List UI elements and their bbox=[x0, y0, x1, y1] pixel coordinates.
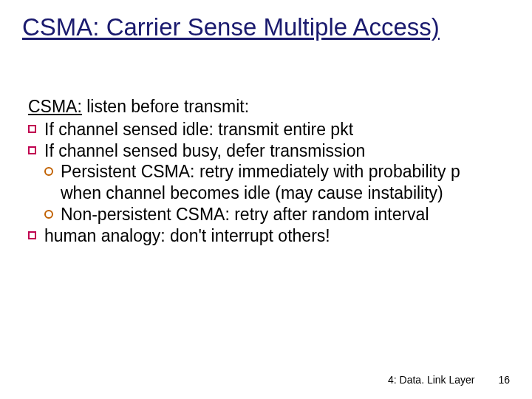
bullet-idle-text: If channel sensed idle: transmit entire … bbox=[44, 120, 353, 139]
bullet-busy-text: If channel sensed busy, defer transmissi… bbox=[44, 141, 365, 160]
footer-chapter: 4: Data. Link Layer bbox=[388, 374, 475, 386]
bullet-nonpersistent-text: Non-persistent CSMA: retry after random … bbox=[61, 205, 429, 224]
lead-label: CSMA: bbox=[28, 97, 82, 116]
slide-title: CSMA: Carrier Sense Multiple Access) bbox=[22, 13, 440, 41]
footer-page-number: 16 bbox=[498, 374, 510, 386]
bullet-idle: If channel sensed idle: transmit entire … bbox=[28, 119, 501, 140]
footer: 4: Data. Link Layer 16 bbox=[388, 374, 510, 386]
bullet-analogy-text: human analogy: don't interrupt others! bbox=[44, 226, 330, 245]
bullet-persistent-text: Persistent CSMA: retry immediately with … bbox=[61, 162, 460, 202]
bullet-persistent: Persistent CSMA: retry immediately with … bbox=[44, 161, 501, 204]
lead-rest: listen before transmit: bbox=[82, 97, 249, 116]
slide-body: CSMA: listen before transmit: If channel… bbox=[28, 96, 501, 246]
bullet-busy: If channel sensed busy, defer transmissi… bbox=[28, 140, 501, 162]
bullet-nonpersistent: Non-persistent CSMA: retry after random … bbox=[44, 204, 501, 225]
lead-line: CSMA: listen before transmit: bbox=[28, 96, 501, 117]
bullet-analogy: human analogy: don't interrupt others! bbox=[28, 225, 501, 247]
slide: CSMA: Carrier Sense Multiple Access) CSM… bbox=[0, 0, 532, 399]
